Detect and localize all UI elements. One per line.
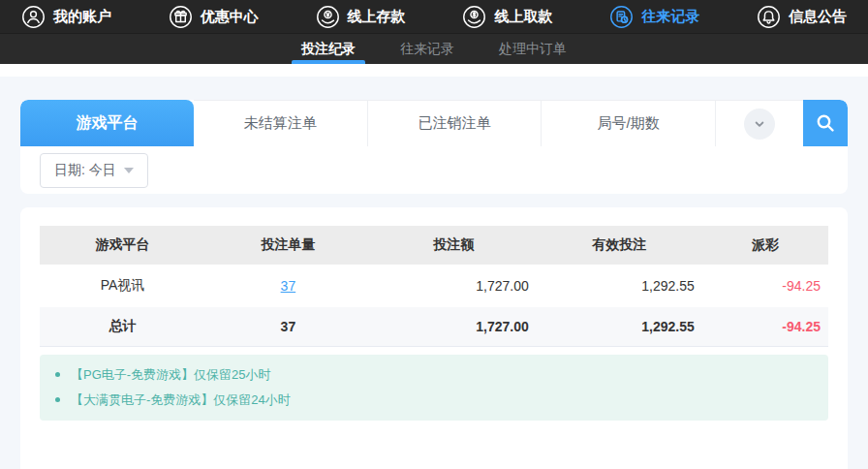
date-filter-dropdown[interactable]: 日期: 今日 [40, 153, 148, 188]
cell-platform: PA视讯 [40, 265, 205, 307]
cell-payout: -94.25 [702, 265, 828, 307]
search-icon [814, 111, 837, 135]
tabs-row: 游戏平台 未结算注单 已注销注单 局号/期数 [20, 100, 848, 146]
nav-item-transaction-records[interactable]: 往来记录 [609, 5, 699, 29]
table-header-row: 游戏平台 投注单量 投注额 有效投注 派彩 [40, 226, 828, 265]
bet-summary-table: 游戏平台 投注单量 投注额 有效投注 派彩 PA视讯 37 1,727.00 1… [40, 226, 828, 347]
subnav-bet-records[interactable]: 投注纪录 [297, 34, 359, 64]
filter-card: 游戏平台 未结算注单 已注销注单 局号/期数 日期: 今日 [20, 100, 848, 194]
nav-label: 线上存款 [348, 8, 406, 26]
records-icon [609, 5, 634, 29]
filter-row: 日期: 今日 [20, 146, 848, 194]
cell-bet-count: 37 [205, 265, 371, 307]
deposit-icon [316, 5, 340, 29]
nav-item-online-withdrawal[interactable]: 线上取款 [462, 5, 552, 29]
search-button[interactable] [803, 100, 848, 146]
header-game-platform: 游戏平台 [40, 226, 205, 265]
tab-round-number[interactable]: 局号/期数 [542, 100, 716, 146]
tab-cancelled-bets[interactable]: 已注销注单 [368, 100, 542, 146]
date-filter-label: 日期: 今日 [54, 162, 116, 179]
cell-valid-bet: 1,292.55 [537, 265, 702, 307]
nav-item-promo-center[interactable]: 优惠中心 [169, 5, 259, 29]
nav-label: 优惠中心 [201, 8, 259, 26]
total-bet-amount: 1,727.00 [371, 307, 537, 346]
nav-label: 往来记录 [641, 8, 699, 26]
bell-icon [757, 5, 781, 29]
note-text: 【大满贯电子-免费游戏】仅保留24小时 [71, 391, 291, 409]
user-icon [21, 5, 46, 29]
subnav-transaction-records[interactable]: 往来记录 [396, 34, 458, 64]
bullet-icon [55, 372, 60, 377]
header-bet-count: 投注单量 [205, 226, 371, 265]
nav-label: 线上取款 [494, 8, 552, 26]
nav-label: 我的账户 [53, 8, 111, 26]
chevron-down-icon [751, 115, 768, 133]
bullet-icon [55, 397, 60, 402]
total-valid-bet: 1,292.55 [537, 307, 702, 346]
tab-game-platform[interactable]: 游戏平台 [20, 100, 194, 146]
nav-item-online-deposit[interactable]: 线上存款 [316, 5, 406, 29]
gift-icon [169, 5, 193, 29]
caret-down-icon [124, 168, 134, 173]
table-row: PA视讯 37 1,727.00 1,292.55 -94.25 [40, 265, 828, 307]
header-valid-bet: 有效投注 [537, 226, 702, 265]
note-text: 【PG电子-免费游戏】仅保留25小时 [71, 366, 271, 384]
nav-item-announcements[interactable]: 信息公告 [757, 5, 847, 29]
chevron-circle [744, 109, 775, 140]
sub-navigation-bar: 投注纪录 往来记录 处理中订单 [0, 33, 868, 64]
table-total-row: 总计 37 1,727.00 1,292.55 -94.25 [40, 307, 828, 346]
cell-bet-amount: 1,727.00 [371, 265, 537, 307]
header-payout: 派彩 [702, 226, 828, 265]
subnav-processing-orders[interactable]: 处理中订单 [495, 34, 571, 64]
total-bet-count: 37 [205, 307, 371, 346]
total-payout: -94.25 [702, 307, 828, 346]
main-content: 游戏平台 未结算注单 已注销注单 局号/期数 日期: 今日 [0, 77, 868, 469]
results-card: 游戏平台 投注单量 投注额 有效投注 派彩 PA视讯 37 1,727.00 1… [20, 207, 848, 469]
note-item: 【PG电子-免费游戏】仅保留25小时 [40, 362, 828, 388]
tab-unsettled-bets[interactable]: 未结算注单 [194, 100, 368, 146]
tabs-more-dropdown[interactable] [716, 100, 803, 146]
withdraw-icon [462, 5, 486, 29]
nav-item-my-account[interactable]: 我的账户 [21, 5, 111, 29]
nav-label: 信息公告 [789, 8, 847, 26]
header-divider-strip [0, 64, 868, 77]
notes-box: 【PG电子-免费游戏】仅保留25小时 【大满贯电子-免费游戏】仅保留24小时 [40, 355, 828, 421]
note-item: 【大满贯电子-免费游戏】仅保留24小时 [40, 388, 828, 413]
top-navigation-bar: 我的账户 优惠中心 线上存款 线上取款 往来记录 [0, 0, 868, 33]
bet-count-link[interactable]: 37 [281, 278, 296, 294]
header-bet-amount: 投注额 [371, 226, 537, 265]
total-label: 总计 [40, 307, 205, 346]
